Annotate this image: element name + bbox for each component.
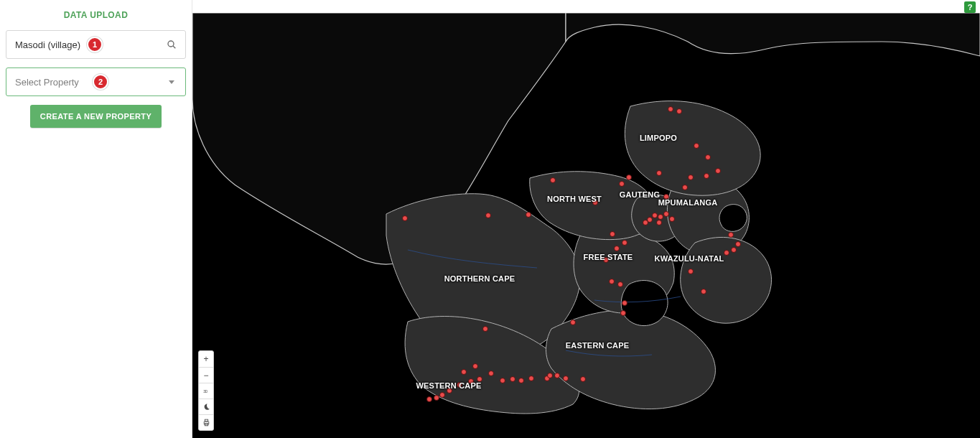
- property-select[interactable]: Select Property 2: [6, 67, 186, 96]
- property-marker[interactable]: [724, 250, 729, 256]
- zoom-in-button[interactable]: +: [199, 351, 213, 367]
- property-marker[interactable]: [669, 216, 675, 222]
- property-marker[interactable]: [550, 177, 556, 183]
- enclave-lesotho: [621, 281, 668, 326]
- property-marker[interactable]: [518, 378, 524, 383]
- property-marker[interactable]: [482, 326, 488, 332]
- property-marker[interactable]: [528, 376, 534, 381]
- map[interactable]: LIMPOPONORTH WESTGAUTENGMPUMALANGAFREE S…: [192, 13, 980, 438]
- property-marker[interactable]: [547, 373, 553, 378]
- property-marker[interactable]: [485, 213, 491, 218]
- property-marker[interactable]: [656, 170, 662, 176]
- property-marker[interactable]: [439, 392, 445, 398]
- property-marker[interactable]: [688, 174, 694, 180]
- property-marker[interactable]: [563, 376, 569, 381]
- property-marker[interactable]: [622, 240, 627, 246]
- property-marker[interactable]: [643, 220, 648, 225]
- property-marker[interactable]: [461, 369, 467, 375]
- help-button[interactable]: ?: [964, 1, 976, 13]
- property-marker[interactable]: [570, 320, 576, 325]
- property-marker[interactable]: [704, 173, 709, 179]
- property-marker[interactable]: [434, 395, 439, 401]
- main: ?: [192, 0, 980, 438]
- neighbour-north: [566, 13, 980, 56]
- property-marker[interactable]: [619, 181, 625, 187]
- province-label: EASTERN CAPE: [566, 341, 630, 350]
- property-marker[interactable]: [652, 213, 658, 218]
- search-icon[interactable]: [165, 38, 178, 51]
- svg-point-0: [168, 41, 174, 47]
- property-marker[interactable]: [472, 363, 478, 369]
- property-marker[interactable]: [500, 378, 505, 383]
- property-marker[interactable]: [622, 300, 627, 306]
- property-marker[interactable]: [715, 168, 721, 174]
- svg-text:3D: 3D: [203, 390, 208, 393]
- property-marker[interactable]: [526, 212, 531, 218]
- map-controls: + − 3D: [198, 350, 214, 431]
- property-marker[interactable]: [554, 373, 560, 378]
- create-property-button[interactable]: CREATE A NEW PROPERTY: [30, 105, 162, 128]
- property-marker[interactable]: [688, 269, 694, 274]
- property-marker[interactable]: [676, 108, 682, 114]
- property-marker[interactable]: [614, 246, 620, 251]
- top-bar: [192, 0, 980, 13]
- step-badge-1: 1: [87, 37, 103, 52]
- province-label: NORTHERN CAPE: [444, 274, 515, 283]
- property-marker[interactable]: [656, 220, 662, 225]
- svg-line-1: [173, 46, 175, 48]
- province-label: GAUTENG: [620, 190, 660, 199]
- property-marker[interactable]: [609, 279, 615, 284]
- property-marker[interactable]: [694, 143, 699, 149]
- property-marker[interactable]: [626, 174, 632, 180]
- property-marker[interactable]: [610, 231, 615, 237]
- step-badge-2: 2: [93, 74, 108, 90]
- province-label: KWAZULU-NATAL: [655, 254, 724, 263]
- property-marker[interactable]: [617, 281, 623, 287]
- province-limpopo: [625, 101, 760, 196]
- province-label: NORTH WEST: [547, 195, 602, 203]
- search-field[interactable]: 1: [6, 30, 186, 59]
- property-marker[interactable]: [663, 211, 669, 217]
- property-marker[interactable]: [580, 376, 586, 382]
- property-marker[interactable]: [701, 289, 706, 294]
- property-marker[interactable]: [731, 247, 737, 253]
- property-marker[interactable]: [402, 215, 408, 221]
- province-label: FREE STATE: [584, 253, 633, 261]
- property-marker[interactable]: [426, 396, 432, 402]
- property-marker[interactable]: [668, 106, 673, 112]
- property-marker[interactable]: [735, 241, 741, 247]
- tilt-3d-button[interactable]: 3D: [199, 383, 213, 399]
- enclave-eswatini: [719, 205, 747, 232]
- print-button[interactable]: [199, 414, 213, 430]
- province-label: MPUMALANGA: [658, 198, 718, 207]
- property-marker[interactable]: [658, 214, 663, 220]
- province-label: LIMPOPO: [640, 134, 677, 142]
- zoom-out-button[interactable]: −: [199, 367, 213, 383]
- property-marker[interactable]: [510, 376, 515, 382]
- svg-rect-4: [205, 419, 207, 421]
- property-marker[interactable]: [620, 310, 626, 316]
- sidebar-title: DATA UPLOAD: [6, 4, 186, 30]
- province-label: WESTERN CAPE: [416, 381, 481, 390]
- property-select-placeholder: Select Property: [15, 77, 165, 88]
- property-marker[interactable]: [705, 154, 711, 160]
- map-canvas: [192, 13, 980, 438]
- property-marker[interactable]: [728, 232, 734, 238]
- property-marker[interactable]: [682, 185, 688, 190]
- chevron-down-icon: [165, 75, 178, 88]
- property-marker[interactable]: [488, 371, 494, 376]
- sidebar: DATA UPLOAD 1 Select Property 2 CREATE A…: [0, 0, 192, 438]
- theme-toggle-button[interactable]: [199, 399, 213, 414]
